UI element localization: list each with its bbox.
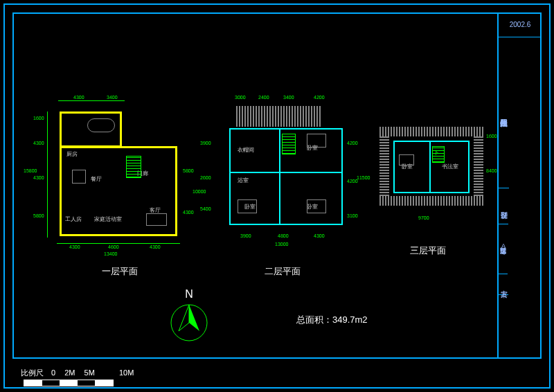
dim: 4300 [33, 141, 44, 145]
stair-icon [282, 134, 296, 154]
dim: 3900 [240, 233, 251, 238]
wall [393, 141, 470, 142]
bath-label: 浴室 [238, 177, 249, 184]
activity-label: 家庭活动室 [94, 215, 122, 223]
dim-line [47, 112, 48, 238]
dim: 13400 [104, 251, 117, 256]
dim: 3000 [235, 95, 246, 100]
north-letter: N [185, 289, 193, 300]
dim: 5800 [183, 168, 194, 173]
sofa-icon [146, 213, 167, 226]
dim: 4300 [73, 95, 84, 100]
north-compass: N [165, 289, 213, 348]
scale-5m: 5M [84, 368, 95, 377]
total-area: 总面积：349.7m2 [296, 314, 368, 326]
dining-label: 餐厅 [91, 175, 102, 183]
stair-dn: 下 [434, 149, 439, 157]
roof-hatch-w [379, 136, 389, 196]
wall [393, 141, 395, 193]
roof-hatch-n [379, 127, 483, 136]
kitchen-label: 厨房 [66, 150, 78, 158]
dim: 5800 [33, 213, 44, 218]
wall [468, 141, 470, 193]
plan3-label: 三层平面 [400, 244, 456, 257]
wall [229, 128, 343, 130]
dim: 11500 [357, 175, 370, 180]
bed-icon [307, 199, 326, 213]
dim: 4300 [33, 175, 44, 180]
dim: 4600 [108, 244, 119, 249]
dim: 4800 [278, 233, 289, 238]
floor-1-plan: 厨房 餐厅 门廊 客厅 工人房 家庭活动室 4300 3400 4300 460… [53, 106, 184, 244]
car-icon [87, 118, 115, 132]
dim: 13000 [275, 242, 288, 247]
stair-icon [126, 156, 141, 178]
plan1-label: 一层平面 [92, 265, 148, 278]
wall [229, 128, 231, 225]
wall [429, 141, 431, 193]
dim-line [58, 100, 125, 101]
dim: 1600 [33, 116, 44, 121]
dim: 3400 [107, 95, 118, 100]
wall [393, 192, 470, 193]
scale-label: 比例尺 [21, 368, 44, 377]
dim: 4300 [69, 244, 80, 249]
dim: 3900 [200, 141, 211, 145]
scale-10m: 10M [119, 368, 134, 377]
study-label: 书法室 [442, 163, 458, 170]
dim: 15800 [24, 168, 37, 173]
dim: 4300 [150, 244, 161, 249]
wall [229, 172, 343, 173]
floor-3-plan: 卧室 书法室 下 9700 1600 8400 [379, 120, 483, 238]
dim: 4300 [314, 233, 325, 238]
compass-icon: N [165, 289, 213, 345]
scale-graphic [24, 380, 114, 386]
dim: 2600 [200, 175, 211, 180]
dim-line [57, 243, 180, 244]
svg-marker-1 [189, 305, 199, 331]
floor-2-plan: 衣帽间 浴室 卧室 卧室 卧室 3000 2400 3400 4200 3900… [217, 106, 348, 244]
wall [229, 224, 343, 225]
dim: 5400 [200, 206, 211, 211]
scale-2m: 2M [64, 368, 75, 377]
dim: 4200 [314, 95, 325, 100]
storage-label: 衣帽间 [238, 146, 254, 154]
title-block: 2002.6 福州居住主题公园 别墅设计 独立式别墅A4 方案 [497, 12, 542, 359]
date-cell: 2002.6 [499, 12, 542, 37]
dim: 10000 [193, 189, 206, 194]
bed-icon [238, 199, 257, 213]
dim: 9700 [418, 215, 429, 220]
bed-icon [307, 134, 326, 148]
dim: 4300 [183, 210, 194, 215]
svg-marker-2 [179, 305, 189, 331]
wall [341, 128, 343, 225]
dim: 4200 [347, 141, 358, 145]
dim: 8400 [486, 168, 497, 173]
design-type: 别墅设计 [499, 188, 508, 224]
roof-hatch-s [379, 196, 483, 206]
project-title: 福州居住主题公园 [499, 37, 509, 188]
dim: 1600 [486, 134, 497, 139]
scale-bar: 比例尺 0 2M 5M 10M [21, 368, 134, 386]
plan2-label: 二层平面 [255, 265, 310, 278]
roof-hatch [236, 106, 322, 127]
dim: 3400 [283, 95, 294, 100]
worker-label: 工人房 [65, 215, 82, 223]
roof-hatch-e [474, 136, 483, 196]
wall [279, 128, 280, 225]
villa-type: 独立式别墅A4 [499, 224, 508, 274]
table-icon [72, 170, 86, 184]
bed-icon [399, 154, 414, 166]
scale-0: 0 [51, 368, 55, 377]
drawing-area: 厨房 餐厅 门廊 客厅 工人房 家庭活动室 4300 3400 4300 460… [12, 12, 497, 359]
dim: 3100 [347, 213, 358, 218]
dim: 2400 [258, 95, 269, 100]
stage: 方案 [499, 274, 508, 295]
